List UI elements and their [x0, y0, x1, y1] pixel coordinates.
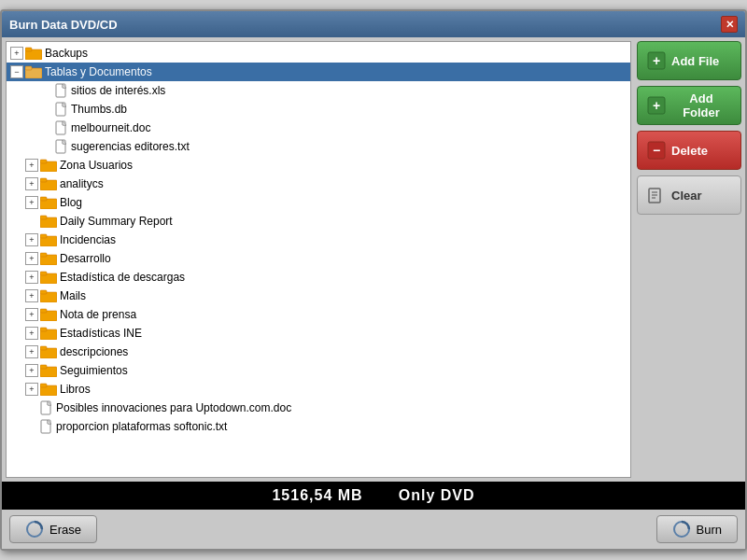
folder-icon-estadisticas-ine: [40, 327, 57, 340]
item-label-sitios: sitios de interés.xls: [71, 84, 165, 97]
size-display: 1516,54 MB: [272, 487, 362, 503]
expander-estadisticas-ine[interactable]: +: [25, 327, 38, 340]
item-label-backups: Backups: [45, 47, 88, 60]
item-label-estadisticas-ine: Estadísticas INE: [60, 327, 142, 340]
erase-button[interactable]: Erase: [9, 515, 97, 543]
expander-blog[interactable]: +: [25, 196, 38, 209]
folder-icon-libros: [40, 383, 57, 396]
content-area: + Backups− Tablas y Documentos sitios de…: [2, 37, 745, 482]
tree-item-mails[interactable]: + Mails: [7, 287, 630, 305]
folder-icon-estadistica-descargas: [40, 271, 57, 284]
svg-rect-37: [40, 290, 47, 294]
svg-text:+: +: [653, 53, 660, 68]
tree-item-estadistica-descargas[interactable]: + Estadística de descargas: [7, 268, 630, 287]
item-label-libros: Libros: [60, 383, 91, 396]
item-label-daily: Daily Summary Report: [60, 215, 173, 228]
tree-item-sitios[interactable]: sitios de interés.xls: [7, 81, 630, 100]
svg-rect-49: [40, 365, 47, 369]
expander-desarrollo[interactable]: +: [25, 252, 38, 265]
tree-scroll[interactable]: + Backups− Tablas y Documentos sitios de…: [7, 42, 630, 477]
item-label-desarrollo: Desarrollo: [60, 252, 111, 265]
clear-icon: [647, 186, 666, 204]
expander-zona[interactable]: +: [25, 159, 38, 172]
item-label-estadistica-descargas: Estadística de descargas: [60, 271, 185, 284]
svg-rect-16: [40, 160, 47, 163]
item-label-blog: Blog: [60, 196, 82, 209]
close-button[interactable]: ✕: [721, 16, 738, 33]
burn-button[interactable]: Burn: [656, 515, 738, 543]
tree-item-libros[interactable]: + Libros: [7, 380, 630, 399]
tree-item-desarrollo[interactable]: + Desarrollo: [7, 249, 630, 268]
tree-item-sugerencias[interactable]: sugerencias editores.txt: [7, 137, 630, 156]
expander-estadistica-descargas[interactable]: +: [25, 271, 38, 284]
expander-placeholder-sitios: [40, 84, 53, 97]
add-file-button[interactable]: + Add File: [637, 41, 741, 80]
svg-text:−: −: [653, 143, 660, 158]
expander-tablas[interactable]: −: [10, 65, 23, 78]
folder-icon-blog: [40, 196, 57, 209]
erase-icon: [25, 520, 44, 539]
expander-descripciones[interactable]: +: [25, 345, 38, 358]
svg-rect-46: [40, 346, 47, 350]
title-bar: Burn Data DVD/CD ✕: [2, 11, 745, 37]
window-title: Burn Data DVD/CD: [9, 18, 118, 32]
expander-nota[interactable]: +: [25, 308, 38, 321]
add-folder-button[interactable]: + Add Folder: [637, 86, 741, 125]
tree-item-zona[interactable]: + Zona Usuarios: [7, 156, 630, 175]
item-label-tablas: Tablas y Documentos: [45, 65, 152, 78]
buttons-panel: + Add File + Add Folder −: [633, 37, 745, 482]
add-file-icon: +: [647, 51, 666, 70]
svg-rect-2: [25, 48, 32, 51]
erase-label: Erase: [49, 523, 81, 537]
item-label-thumbs: Thumbs.db: [71, 103, 127, 116]
folder-icon-analitycs: [40, 177, 57, 190]
item-label-incidencias: Incidencias: [60, 233, 116, 246]
media-type: Only DVD: [399, 487, 475, 503]
expander-libros[interactable]: +: [25, 383, 38, 396]
item-label-sugerencias: sugerencias editores.txt: [71, 140, 190, 153]
tree-item-tablas[interactable]: − Tablas y Documentos: [7, 63, 630, 81]
tree-item-blog[interactable]: + Blog: [7, 193, 630, 212]
tree-item-posibles[interactable]: Posibles innovaciones para Uptodown.com.…: [7, 399, 630, 417]
folder-icon-zona: [40, 159, 57, 172]
expander-analitycs[interactable]: +: [25, 177, 38, 190]
tree-item-proporcion[interactable]: proporcion plataformas softonic.txt: [7, 417, 630, 436]
expander-incidencias[interactable]: +: [25, 233, 38, 246]
tree-item-analitycs[interactable]: + analitycs: [7, 175, 630, 193]
tree-item-melbourne[interactable]: melbourneit.doc: [7, 119, 630, 137]
clear-button[interactable]: Clear: [637, 175, 741, 215]
file-icon-proporcion: [40, 419, 53, 434]
add-file-label: Add File: [671, 54, 719, 68]
add-folder-icon: +: [647, 96, 666, 115]
status-bar: 1516,54 MB Only DVD: [2, 482, 745, 510]
svg-rect-40: [40, 309, 47, 313]
expander-placeholder-melbourne: [40, 121, 53, 134]
svg-rect-25: [40, 216, 47, 219]
delete-button[interactable]: − Delete: [637, 131, 741, 170]
folder-icon-tablas: [25, 65, 42, 78]
item-label-zona: Zona Usuarios: [60, 159, 133, 172]
main-window: Burn Data DVD/CD ✕ + Backups− Tablas y D…: [0, 9, 747, 551]
expander-mails[interactable]: +: [25, 289, 38, 302]
svg-rect-5: [25, 66, 32, 70]
svg-rect-28: [40, 234, 47, 238]
tree-item-nota[interactable]: + Nota de prensa: [7, 305, 630, 324]
expander-backups[interactable]: +: [10, 47, 23, 60]
expander-placeholder-sugerencias: [40, 140, 53, 153]
tree-item-seguimientos[interactable]: + Seguimientos: [7, 361, 630, 380]
tree-item-estadisticas-ine[interactable]: + Estadísticas INE: [7, 324, 630, 343]
expander-placeholder-daily: [25, 215, 38, 228]
file-icon-sitios: [55, 83, 68, 98]
tree-item-thumbs[interactable]: Thumbs.db: [7, 100, 630, 119]
tree-item-backups[interactable]: + Backups: [7, 44, 630, 63]
item-label-nota: Nota de prensa: [60, 308, 136, 321]
tree-item-descripciones[interactable]: + descripciones: [7, 343, 630, 361]
folder-icon-desarrollo: [40, 252, 57, 265]
folder-icon-mails: [40, 289, 57, 302]
tree-item-daily[interactable]: Daily Summary Report: [7, 212, 630, 231]
folder-icon-daily: [40, 215, 57, 228]
expander-seguimientos[interactable]: +: [25, 364, 38, 377]
expander-placeholder-posibles: [25, 401, 38, 414]
tree-item-incidencias[interactable]: + Incidencias: [7, 231, 630, 249]
item-label-mails: Mails: [60, 289, 86, 302]
